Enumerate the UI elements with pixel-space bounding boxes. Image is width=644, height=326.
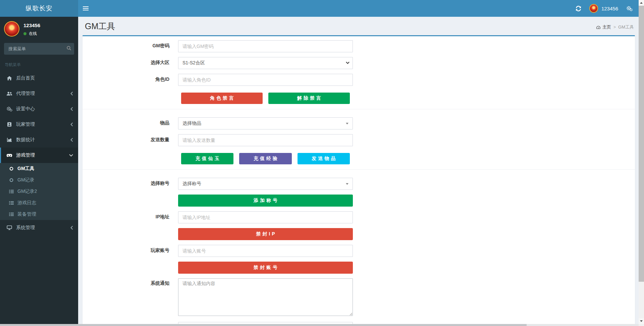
sidebar-item-label: 数据统计 (16, 137, 35, 143)
breadcrumb: 主页 > GM工具 (596, 24, 634, 30)
chevron-left-icon (70, 226, 73, 230)
content-area: GM工具 主页 > GM工具 GM密码 选择大区 S1-S2合区 (78, 17, 639, 324)
desktop-icon (6, 225, 13, 230)
sidebar-item-statistics[interactable]: 数据统计 (0, 132, 78, 148)
sidebar-search (4, 43, 74, 55)
game-submenu-wrap: GM工具 GM记录 GM记录2 游戏日志 (0, 163, 78, 220)
sidebar-item-label: 代理管理 (16, 91, 35, 97)
online-status-label: 在线 (29, 31, 37, 37)
ban-ip-button[interactable]: 禁封IP (178, 228, 353, 240)
submenu-item-game-log[interactable]: 游戏日志 (0, 197, 78, 209)
sidebar-item-label: 设置中心 (16, 106, 35, 112)
mute-role-button[interactable]: 角色禁言 (181, 93, 263, 104)
chevron-left-icon (70, 92, 73, 96)
add-title-button[interactable]: 添加称号 (178, 195, 353, 207)
user-panel: 123456 在线 (0, 17, 78, 41)
refresh-icon[interactable] (576, 6, 581, 11)
gm-password-input[interactable] (178, 40, 353, 52)
send-item-button[interactable]: 发送物品 (298, 153, 350, 164)
item-select-label: 物品 (83, 117, 178, 129)
notice-textarea[interactable] (178, 278, 353, 316)
role-id-input[interactable] (178, 74, 353, 86)
submenu-item-label: GM记录2 (17, 188, 37, 195)
submenu-item-equipment[interactable]: 装备管理 (0, 209, 78, 220)
gm-tools-panel: GM密码 选择大区 S1-S2合区 角色ID 角色 (83, 35, 635, 324)
game-submenu: GM工具 GM记录 GM记录2 游戏日志 (0, 163, 78, 220)
nav-section-label: 导航菜单 (0, 58, 78, 70)
gamepad-icon (6, 154, 13, 157)
caret-down-icon (346, 61, 350, 64)
horizontal-scrollbar[interactable] (0, 324, 639, 326)
role-id-label: 角色ID (83, 74, 178, 86)
vertical-scrollbar-thumb[interactable] (639, 6, 644, 282)
breadcrumb-separator: > (613, 25, 616, 30)
gears-icon[interactable] (626, 6, 633, 11)
section-divider (83, 109, 635, 109)
unmute-role-button[interactable]: 解除禁言 (268, 93, 350, 104)
caret-down-icon (346, 183, 348, 185)
title-select[interactable]: 选择称号 (178, 178, 353, 190)
sidebar-item-dashboard[interactable]: 后台首页 (0, 70, 78, 86)
list-icon (9, 212, 14, 216)
sidebar-item-players[interactable]: 玩家管理 (0, 117, 78, 132)
submenu-item-gm-log2[interactable]: GM记录2 (0, 186, 78, 197)
scroll-down-arrow[interactable] (639, 318, 644, 324)
send-count-input[interactable] (178, 134, 353, 146)
title-select-value: 选择称号 (182, 181, 201, 187)
zone-select-value: S1-S2合区 (182, 60, 205, 66)
item-select[interactable]: 选择物品 (178, 117, 353, 129)
ip-label: IP地址 (83, 211, 178, 223)
navbar-username: 123456 (601, 6, 618, 11)
chart-icon (6, 138, 13, 142)
sidebar-item-game-management[interactable]: 游戏管理 (0, 148, 78, 163)
account-input[interactable] (178, 245, 353, 257)
page-title: GM工具 (85, 21, 632, 32)
sidebar-item-agents[interactable]: 代理管理 (0, 86, 78, 101)
ban-account-button[interactable]: 禁封账号 (178, 262, 353, 274)
item-select-value: 选择物品 (182, 120, 201, 126)
ip-input[interactable] (178, 211, 353, 223)
recharge-exp-button[interactable]: 充值经验 (239, 153, 291, 164)
vertical-scrollbar[interactable] (639, 0, 644, 324)
top-navbar: 123456 (78, 0, 639, 17)
search-icon[interactable] (66, 46, 71, 51)
section-divider (83, 169, 635, 170)
online-dot-icon (23, 32, 26, 35)
menu-search-input[interactable] (4, 43, 74, 55)
notice-label: 系统通知 (83, 278, 178, 317)
sidebar-username: 123456 (23, 22, 40, 28)
title-select-label: 选择称号 (83, 178, 178, 190)
breadcrumb-current: GM工具 (618, 24, 634, 30)
recharge-jade-button[interactable]: 充值仙玉 (181, 153, 233, 164)
dashboard-icon (596, 25, 601, 29)
user-menu[interactable]: 123456 (589, 4, 618, 13)
scroll-up-arrow[interactable] (639, 0, 644, 6)
sidebar-item-label: 游戏管理 (16, 152, 35, 158)
sidebar-item-settings[interactable]: 设置中心 (0, 101, 78, 117)
home-icon (6, 76, 13, 80)
horizontal-scrollbar-thumb[interactable] (0, 324, 527, 326)
breadcrumb-home-label: 主页 (602, 24, 611, 30)
zone-select[interactable]: S1-S2合区 (178, 57, 353, 69)
circle-icon (9, 178, 14, 182)
submenu-item-gm-log[interactable]: GM记录 (0, 174, 78, 186)
chevron-left-icon (70, 138, 73, 142)
sidebar-item-label: 后台首页 (16, 75, 35, 81)
scrollbar-corner (639, 324, 644, 326)
player-card-icon (6, 122, 13, 127)
chevron-left-icon (70, 122, 73, 126)
avatar (4, 21, 19, 37)
gm-password-label: GM密码 (83, 40, 178, 52)
sidebar-item-system[interactable]: 系统管理 (0, 220, 78, 235)
avatar (589, 4, 598, 13)
users-icon (6, 92, 13, 96)
chevron-left-icon (70, 107, 73, 111)
sidebar-toggle-icon[interactable] (78, 0, 93, 17)
circle-icon (9, 167, 14, 171)
sidebar: 纵歌长安 123456 在线 导航菜单 后台首页 代理管理 (0, 0, 78, 324)
brand-logo[interactable]: 纵歌长安 (0, 0, 78, 17)
list-icon (9, 189, 14, 194)
breadcrumb-home-link[interactable]: 主页 (596, 24, 611, 30)
submenu-item-gm-tools[interactable]: GM工具 (0, 163, 78, 174)
submenu-item-label: 装备管理 (17, 211, 36, 217)
